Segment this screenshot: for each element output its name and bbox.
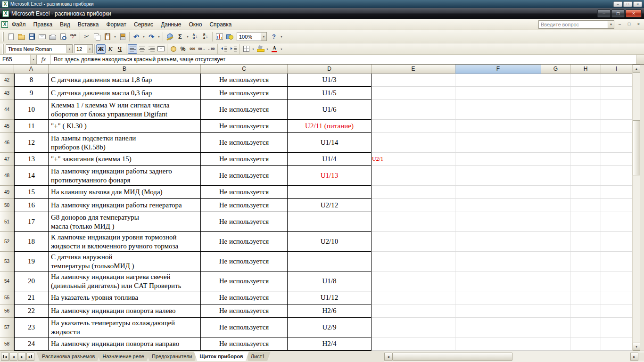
cell-E57[interactable] (372, 318, 455, 337)
row-header-50[interactable]: 50 (0, 199, 14, 212)
font-color-dropdown-icon[interactable]: ▼ (279, 44, 284, 54)
cell-F48[interactable] (455, 166, 541, 186)
scroll-down-button[interactable]: ▼ (633, 343, 640, 351)
cell-G47[interactable] (541, 153, 570, 166)
open-button[interactable] (16, 32, 26, 42)
next-sheet-button[interactable]: ▶ (18, 353, 26, 361)
toolbar-grip[interactable] (2, 32, 4, 41)
cell-C48[interactable]: Не используется (201, 166, 288, 186)
cell-D54[interactable]: U1/8 (288, 272, 372, 291)
column-header-D[interactable]: D (288, 65, 372, 74)
redo-dropdown-icon[interactable]: ▼ (157, 32, 161, 42)
previous-sheet-button[interactable]: ◀ (9, 353, 17, 361)
fill-color-dropdown-icon[interactable]: ▼ (265, 44, 270, 54)
cell-H50[interactable] (570, 199, 601, 212)
cell-G42[interactable] (541, 74, 570, 87)
column-header-I[interactable]: I (601, 65, 632, 74)
row-header-56[interactable]: 56 (0, 304, 14, 318)
cell-G54[interactable] (541, 272, 570, 291)
cell-E44[interactable] (372, 100, 455, 120)
cell-C52[interactable]: Не используется (201, 232, 288, 252)
cell-F52[interactable] (455, 232, 541, 252)
row-header-51[interactable]: 51 (0, 212, 14, 232)
cell-I52[interactable] (601, 232, 632, 252)
cell-H45[interactable] (570, 120, 601, 133)
column-header-B[interactable]: B (49, 65, 201, 74)
undo-dropdown-icon[interactable]: ▼ (141, 32, 146, 42)
cell-A50[interactable]: 16 (14, 199, 49, 212)
close-button[interactable]: × (626, 9, 642, 17)
scroll-up-button[interactable]: ▲ (633, 65, 640, 73)
workbook-restore-button[interactable]: □ (625, 21, 633, 28)
cell-H54[interactable] (570, 272, 601, 291)
column-header-E[interactable]: E (372, 65, 455, 74)
workbook-minimize-button[interactable]: – (616, 21, 624, 28)
cell-G56[interactable] (541, 304, 570, 318)
cell-A44[interactable]: 10 (14, 100, 49, 120)
insert-function-button[interactable]: fx (37, 55, 51, 64)
cell-G45[interactable] (541, 120, 570, 133)
cell-A55[interactable]: 21 (14, 291, 49, 304)
cell-F43[interactable] (455, 87, 541, 100)
cell-H52[interactable] (570, 232, 601, 252)
italic-button[interactable]: К (106, 44, 115, 54)
row-header-47[interactable]: 47 (0, 153, 14, 166)
cell-G57[interactable] (541, 318, 570, 337)
cell-A51[interactable]: 17 (14, 212, 49, 232)
cell-F51[interactable] (455, 212, 541, 232)
cell-E56[interactable] (372, 304, 455, 318)
cell-I54[interactable] (601, 272, 632, 291)
cell-I56[interactable] (601, 304, 632, 318)
row-header-42[interactable]: 42 (0, 74, 14, 87)
menu-справка[interactable]: Справка (206, 20, 235, 29)
cell-A58[interactable]: 24 (14, 337, 49, 351)
cell-E55[interactable] (372, 291, 455, 304)
cell-D58[interactable]: H2/4 (288, 337, 372, 351)
align-left-button[interactable] (128, 44, 137, 54)
name-box-dropdown-icon[interactable]: ▼ (30, 55, 37, 64)
cell-I50[interactable] (601, 199, 632, 212)
cell-I46[interactable] (601, 133, 632, 153)
first-sheet-button[interactable]: ◀ (1, 353, 9, 361)
cell-D57[interactable]: U2/9 (288, 318, 372, 337)
cell-I55[interactable] (601, 291, 632, 304)
align-right-button[interactable] (147, 44, 156, 54)
cell-F42[interactable] (455, 74, 541, 87)
cell-I48[interactable] (601, 166, 632, 186)
cell-G52[interactable] (541, 232, 570, 252)
menu-файл[interactable]: Файл (8, 20, 30, 29)
column-header-F[interactable]: F (455, 65, 541, 74)
cell-F53[interactable] (455, 252, 541, 272)
print-preview-button[interactable] (58, 32, 68, 42)
cell-E52[interactable] (372, 232, 455, 252)
cell-D53[interactable] (288, 252, 372, 272)
cell-A45[interactable]: 11 (14, 120, 49, 133)
cell-E51[interactable] (372, 212, 455, 232)
align-center-button[interactable] (137, 44, 147, 54)
save-button[interactable] (26, 32, 37, 42)
cell-B42[interactable]: С датчика давления масла 1,8 бар (49, 74, 201, 87)
cell-F47[interactable] (455, 153, 541, 166)
cell-F56[interactable] (455, 304, 541, 318)
menu-данные[interactable]: Данные (157, 20, 185, 29)
cell-F57[interactable] (455, 318, 541, 337)
cell-D49[interactable] (288, 186, 372, 199)
cell-F44[interactable] (455, 100, 541, 120)
outer-minimize-button[interactable]: – (613, 1, 622, 7)
cell-I47[interactable] (601, 153, 632, 166)
cell-D56[interactable]: H2/6 (288, 304, 372, 318)
cell-C57[interactable]: Не используется (201, 318, 288, 337)
merge-center-button[interactable] (156, 44, 165, 54)
name-box[interactable]: F65 (0, 55, 30, 64)
cell-B55[interactable]: На указатель уровня топлива (49, 291, 201, 304)
row-header-52[interactable]: 52 (0, 232, 14, 252)
cell-G50[interactable] (541, 199, 570, 212)
cell-D43[interactable]: U1/5 (288, 87, 372, 100)
cell-C50[interactable]: Не используется (201, 199, 288, 212)
sheet-tab-Щиток приборов[interactable]: Щиток приборов (194, 352, 248, 361)
cell-H51[interactable] (570, 212, 601, 232)
last-sheet-button[interactable]: ▶ (26, 353, 34, 361)
paste-button[interactable] (102, 32, 113, 42)
cell-I43[interactable] (601, 87, 632, 100)
chart-wizard-button[interactable] (214, 32, 224, 42)
